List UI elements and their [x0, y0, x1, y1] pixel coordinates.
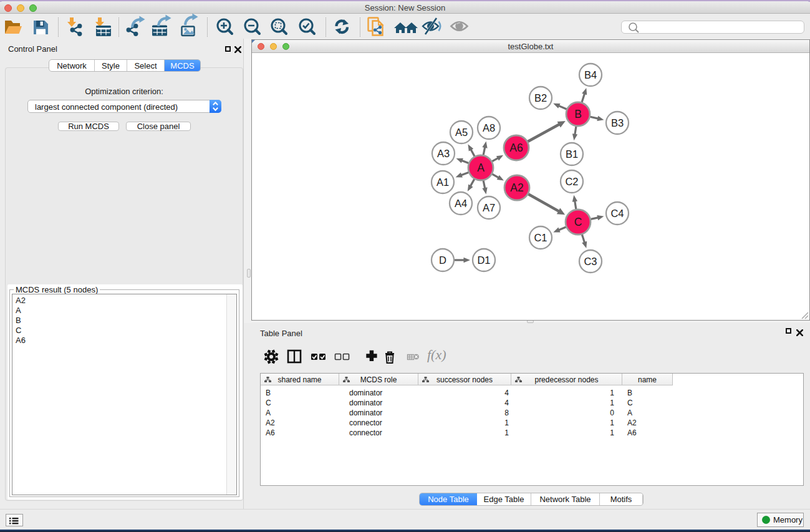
svg-text:B2: B2 [534, 92, 547, 104]
svg-text:B: B [574, 108, 582, 120]
svg-text:A8: A8 [483, 122, 495, 133]
svg-text:C: C [574, 216, 582, 228]
svg-text:C2: C2 [565, 176, 578, 187]
svg-text:B1: B1 [566, 148, 578, 160]
svg-text:B4: B4 [584, 69, 597, 80]
svg-text:A4: A4 [455, 198, 467, 209]
svg-text:B3: B3 [611, 117, 624, 128]
svg-text:C1: C1 [534, 232, 547, 243]
svg-text:A2: A2 [510, 181, 523, 194]
svg-text:A5: A5 [455, 127, 468, 138]
svg-text:A6: A6 [509, 142, 523, 154]
svg-text:A: A [477, 162, 485, 174]
svg-text:D: D [439, 254, 446, 266]
svg-text:A3: A3 [437, 148, 450, 159]
svg-text:A7: A7 [483, 202, 495, 213]
svg-text:A1: A1 [436, 177, 449, 188]
svg-text:D1: D1 [477, 254, 490, 266]
svg-text:C3: C3 [584, 256, 597, 267]
svg-text:C4: C4 [610, 208, 624, 219]
